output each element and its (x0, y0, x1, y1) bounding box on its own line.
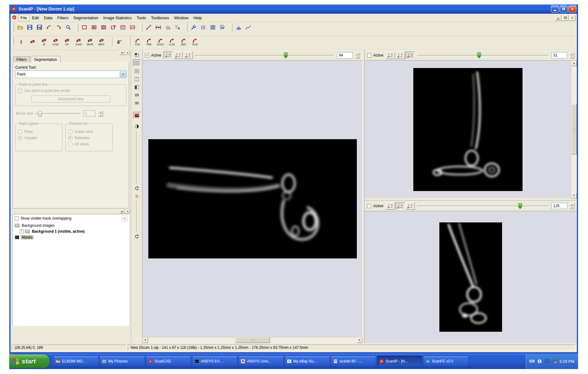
chart-check-button[interactable] (218, 23, 227, 32)
axis-button-xz[interactable]: XZ (183, 52, 193, 59)
expander-icon[interactable]: + (20, 229, 24, 233)
morph-button[interactable] (27, 37, 38, 47)
horizontal-splitter[interactable] (365, 198, 577, 201)
histogram-button[interactable] (234, 23, 243, 32)
rotate-button[interactable] (133, 185, 141, 192)
layout-single-button[interactable] (133, 67, 141, 75)
axis-button-xz[interactable]: XZ (406, 52, 415, 59)
view-export-button[interactable] (109, 23, 118, 32)
radio-all-slices[interactable]: All slices (68, 142, 110, 146)
scan-image-axial[interactable] (439, 222, 502, 332)
filter-mcf-button[interactable]: MCF (96, 37, 107, 47)
toolbar-grip-icon[interactable] (110, 37, 112, 46)
radio-active-slice[interactable]: Active slice (68, 130, 110, 134)
tree-item[interactable]: +Background 1 (visible, active) (13, 228, 129, 234)
network-tray-icon[interactable] (552, 359, 557, 364)
text-2d-button[interactable]: 2D (133, 92, 141, 99)
brush-size-value[interactable]: 1 (83, 110, 96, 116)
contrast-button[interactable] (133, 123, 141, 130)
menu-data[interactable]: Data (41, 15, 55, 21)
open-button[interactable] (16, 23, 25, 32)
toolbar-grip-icon[interactable] (12, 37, 14, 46)
layout-quad-button[interactable] (133, 51, 141, 58)
spin-up-icon[interactable]: ▲ (98, 111, 103, 113)
curve-button[interactable] (244, 23, 253, 32)
scroll-track[interactable] (571, 66, 577, 193)
spin-down-icon[interactable]: ▼ (98, 114, 103, 116)
slice-value-input[interactable]: 94 (337, 52, 353, 58)
view-fill-button[interactable] (89, 23, 99, 32)
spin-down-icon[interactable]: ▼ (355, 56, 360, 58)
view-grid-button[interactable] (118, 23, 128, 32)
horizontal-scrollbar[interactable]: ◄ ► (142, 337, 362, 343)
scan-image-coronal[interactable] (413, 68, 523, 191)
disconnect-line-button[interactable]: Disconnect line (31, 95, 110, 103)
taskbar-item[interactable]: CScanCAD (146, 356, 191, 367)
filter-b-button[interactable]: B (38, 37, 50, 47)
filter-mar-button[interactable]: MAR (84, 37, 96, 47)
line-tool-button[interactable] (144, 23, 153, 32)
scan-image-sagittal[interactable] (148, 139, 357, 258)
filter-llsi-button[interactable]: LLSI (166, 37, 177, 47)
taskbar-item[interactable]: IPScanIP - [N... (377, 356, 422, 367)
restore-button[interactable] (560, 6, 568, 12)
scroll-left-icon[interactable]: ◄ (142, 337, 148, 343)
spin-down-icon[interactable]: ▼ (569, 56, 574, 58)
slider-thumb[interactable] (477, 52, 481, 58)
filter-tlsi-button[interactable]: TLSI (189, 37, 200, 47)
filter-gad-button[interactable]: GAD (73, 37, 84, 47)
curve-red-button[interactable] (114, 37, 125, 47)
minimize-button[interactable] (551, 6, 559, 12)
rotate-button[interactable] (133, 233, 141, 240)
menu-edit[interactable]: Edit (29, 15, 41, 21)
spin-up-icon[interactable]: ▲ (355, 52, 360, 55)
axis-button-xz[interactable]: XZ (406, 202, 415, 210)
mdi-minimize-button[interactable] (555, 15, 561, 21)
toolbar-grip-icon[interactable] (185, 23, 187, 32)
scroll-thumb[interactable] (235, 337, 270, 343)
table-view-button[interactable] (208, 23, 218, 32)
dock-arrow-icon[interactable]: ▴ (119, 209, 124, 213)
tab-filters[interactable]: Filters (13, 56, 30, 62)
menu-window[interactable]: Window (172, 15, 191, 21)
dock-close-icon[interactable]: × (125, 51, 130, 55)
layout-2v-button[interactable] (133, 75, 141, 83)
axis-button-zy[interactable]: ZY (173, 52, 183, 59)
mask-thumbnail-icon[interactable] (121, 216, 128, 221)
view-single-button[interactable] (80, 23, 89, 32)
scroll-track[interactable] (148, 337, 357, 343)
filter-csi-button[interactable]: CSI (132, 37, 143, 47)
dock-arrow-icon[interactable]: ▾ (119, 51, 124, 55)
layout-grid-button[interactable] (133, 59, 141, 66)
menu-segmentation[interactable]: Segmentation (71, 15, 101, 21)
brush-size-slider[interactable] (36, 111, 81, 116)
clock[interactable]: 3:29 PM (559, 359, 574, 364)
filter-cf-button[interactable]: CF (61, 37, 73, 47)
slider-thumb[interactable] (518, 203, 522, 209)
measure-tool-button[interactable] (154, 23, 163, 32)
slice-slider[interactable] (195, 52, 335, 58)
layout-half-button[interactable] (133, 84, 141, 91)
menu-image-statistics[interactable]: Image Statistics (101, 15, 134, 21)
spin-down-icon[interactable]: ▼ (569, 206, 574, 209)
hide-icons-icon[interactable] (537, 359, 542, 364)
language-indicator[interactable]: EN (529, 359, 535, 363)
axis-button-zy[interactable]: ZY (396, 202, 405, 210)
taskbar-item[interactable]: ELBOW MO... (53, 356, 99, 367)
tree-view-button[interactable] (199, 23, 208, 32)
taskbar-item[interactable]: ANSYS Univ... (238, 356, 284, 367)
filter-cad-button[interactable]: CAD (50, 37, 61, 47)
slider-thumb[interactable] (284, 52, 288, 58)
taskbar-item[interactable]: FEScanFE v2.0 (423, 356, 469, 367)
slice-value-input[interactable]: 125 (551, 203, 567, 209)
filter-sdi-button[interactable]: SDI (178, 37, 189, 47)
brightness-button[interactable] (133, 193, 141, 200)
fill-tool-button[interactable] (163, 23, 173, 32)
active-checkbox[interactable] (367, 204, 371, 208)
scroll-right-icon[interactable]: ► (357, 337, 362, 343)
axis-button-zy[interactable]: ZY (396, 52, 405, 59)
p2p-mode-checkbox[interactable] (18, 89, 22, 93)
scroll-down-icon[interactable]: ▼ (571, 193, 577, 198)
dock-close-icon[interactable]: × (125, 209, 130, 213)
mdi-restore-button[interactable] (562, 15, 568, 21)
